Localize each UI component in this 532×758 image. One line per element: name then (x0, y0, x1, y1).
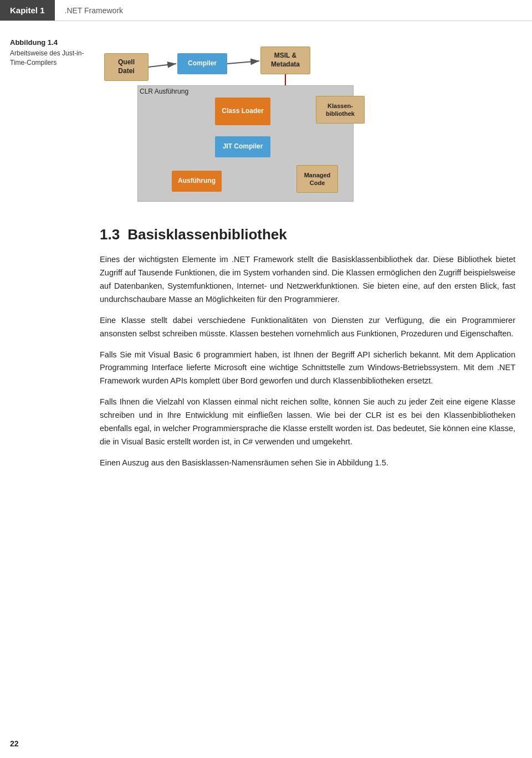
sidebar: Abbildung 1.4 Arbeitsweise des Just-in-T… (0, 21, 94, 741)
chapter-label: Kapitel 1 (0, 0, 55, 21)
ausfuhrung-box: Ausführung (172, 171, 222, 192)
klassenbibliothek-box: Klassen- bibliothek (316, 96, 365, 124)
main-content: CLR Ausführung Quell Datei Compiler MSIL… (94, 21, 532, 741)
section-heading: 1.3 Basisklassenbibliothek (100, 226, 515, 243)
class-loader-box: Class Loader (215, 98, 270, 125)
page-number: 22 (10, 739, 19, 748)
diagram-container: CLR Ausführung Quell Datei Compiler MSIL… (100, 38, 515, 209)
paragraph-1: Eines der wichtigsten Elemente im .NET F… (100, 253, 515, 306)
paragraph-3: Falls Sie mit Visual Basic 6 programmier… (100, 349, 515, 388)
paragraph-4: Falls Ihnen die Vielzahl von Klassen ein… (100, 396, 515, 449)
msil-box: MSIL & Metadata (260, 47, 310, 74)
diagram: CLR Ausführung Quell Datei Compiler MSIL… (100, 38, 410, 209)
section-number: 1.3 (100, 226, 120, 243)
figure-label: Abbildung 1.4 (10, 38, 88, 48)
managed-code-box: Managed Code (296, 165, 338, 193)
jit-compiler-box: JIT Compiler (215, 136, 270, 157)
page-content: Abbildung 1.4 Arbeitsweise des Just-in-T… (0, 21, 532, 741)
paragraph-5: Einen Auszug aus den Basisklassen-Namens… (100, 457, 515, 470)
compiler-box: Compiler (177, 53, 227, 74)
chapter-bar: Kapitel 1 .NET Framework (0, 0, 532, 21)
paragraph-2: Eine Klasse stellt dabei verschiedene Fu… (100, 314, 515, 341)
quell-datei-box: Quell Datei (104, 53, 149, 81)
clr-label: CLR Ausführung (140, 88, 188, 95)
section-title: Basisklassenbibliothek (127, 226, 287, 243)
chapter-subtitle: .NET Framework (55, 0, 134, 21)
svg-line-2 (149, 64, 176, 67)
figure-caption: Arbeitsweise des Just-in-Time-Compilers (10, 49, 88, 68)
svg-line-3 (227, 61, 259, 64)
